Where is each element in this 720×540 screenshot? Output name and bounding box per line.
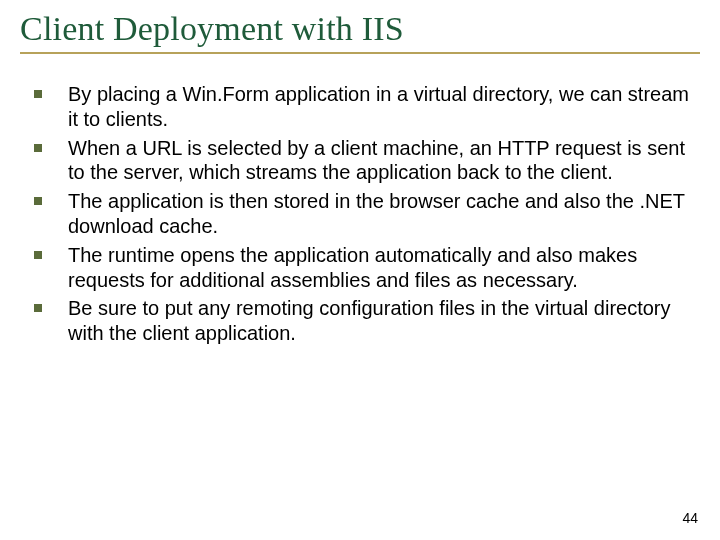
list-item: Be sure to put any remoting configuratio… <box>28 296 690 346</box>
square-bullet-icon <box>34 90 42 98</box>
bullet-text: By placing a Win.Form application in a v… <box>68 82 690 132</box>
body-content: By placing a Win.Form application in a v… <box>20 82 700 346</box>
bullet-text: Be sure to put any remoting configuratio… <box>68 296 690 346</box>
bullet-text: The application is then stored in the br… <box>68 189 690 239</box>
square-bullet-icon <box>34 251 42 259</box>
bullet-text: The runtime opens the application automa… <box>68 243 690 293</box>
page-title: Client Deployment with IIS <box>20 10 700 48</box>
page-number: 44 <box>682 510 698 526</box>
slide: Client Deployment with IIS By placing a … <box>0 0 720 540</box>
square-bullet-icon <box>34 144 42 152</box>
list-item: When a URL is selected by a client machi… <box>28 136 690 186</box>
square-bullet-icon <box>34 197 42 205</box>
bullet-text: When a URL is selected by a client machi… <box>68 136 690 186</box>
list-item: The runtime opens the application automa… <box>28 243 690 293</box>
square-bullet-icon <box>34 304 42 312</box>
list-item: The application is then stored in the br… <box>28 189 690 239</box>
list-item: By placing a Win.Form application in a v… <box>28 82 690 132</box>
title-underline <box>20 52 700 54</box>
